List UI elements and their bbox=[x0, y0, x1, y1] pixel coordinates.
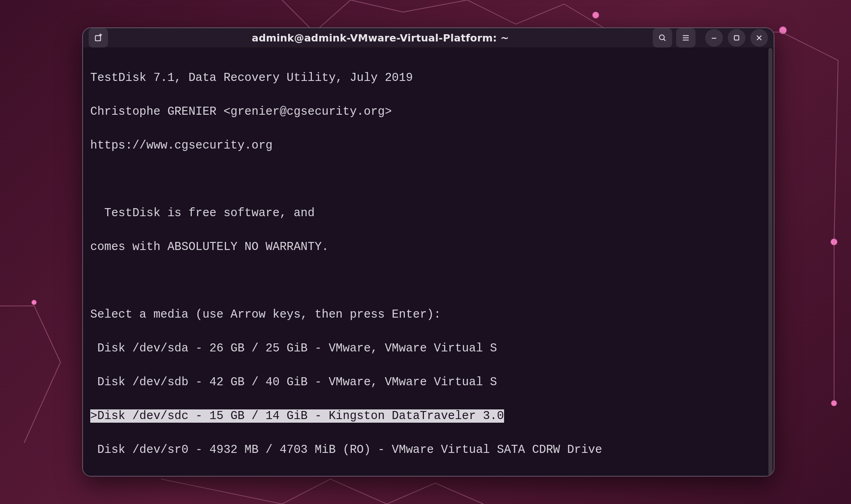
disk-item[interactable]: Disk /dev/sr0 - 4932 MB / 4703 MiB (RO) … bbox=[90, 442, 766, 459]
hamburger-icon bbox=[681, 33, 690, 42]
search-button[interactable] bbox=[653, 28, 672, 48]
search-icon bbox=[658, 33, 667, 42]
new-tab-button[interactable] bbox=[89, 28, 108, 48]
scrollbar[interactable] bbox=[768, 48, 772, 477]
svg-rect-9 bbox=[735, 36, 739, 40]
svg-point-3 bbox=[660, 35, 664, 40]
terminal-window: admink@admink-VMware-Virtual-Platform: ~ bbox=[82, 27, 774, 477]
intro-line: TestDisk is free software, and bbox=[90, 205, 766, 222]
header-line: TestDisk 7.1, Data Recovery Utility, Jul… bbox=[90, 70, 766, 87]
close-button[interactable] bbox=[750, 29, 768, 47]
close-icon bbox=[755, 33, 764, 42]
select-prompt: Select a media (use Arrow keys, then pre… bbox=[90, 306, 766, 323]
minimize-button[interactable] bbox=[705, 29, 723, 47]
disk-item[interactable]: Disk /dev/loop0 - 4096 B (RO) bbox=[90, 475, 766, 477]
maximize-button[interactable] bbox=[728, 29, 745, 47]
blank-line bbox=[90, 171, 766, 188]
disk-item-selected[interactable]: >Disk /dev/sdc - 15 GB / 14 GiB - Kingst… bbox=[90, 408, 766, 425]
selection-highlight: >Disk /dev/sdc - 15 GB / 14 GiB - Kingst… bbox=[90, 409, 504, 423]
minimize-icon bbox=[710, 33, 718, 42]
disk-item[interactable]: Disk /dev/sdb - 42 GB / 40 GiB - VMware,… bbox=[90, 374, 766, 391]
svg-line-4 bbox=[664, 39, 665, 41]
titlebar: admink@admink-VMware-Virtual-Platform: ~ bbox=[83, 28, 774, 48]
menu-button[interactable] bbox=[676, 28, 695, 48]
new-tab-icon bbox=[94, 33, 103, 42]
maximize-icon bbox=[732, 33, 741, 42]
disk-item[interactable]: Disk /dev/sda - 26 GB / 25 GiB - VMware,… bbox=[90, 340, 766, 357]
window-title: admink@admink-VMware-Virtual-Platform: ~ bbox=[112, 32, 649, 44]
header-line: https://www.cgsecurity.org bbox=[90, 137, 766, 154]
header-line: Christophe GRENIER <grenier@cgsecurity.o… bbox=[90, 103, 766, 120]
blank-line bbox=[90, 273, 766, 289]
terminal-content[interactable]: TestDisk 7.1, Data Recovery Utility, Jul… bbox=[83, 48, 774, 477]
svg-rect-0 bbox=[95, 36, 101, 41]
scrollbar-thumb[interactable] bbox=[768, 48, 772, 477]
intro-line: comes with ABSOLUTELY NO WARRANTY. bbox=[90, 239, 766, 256]
